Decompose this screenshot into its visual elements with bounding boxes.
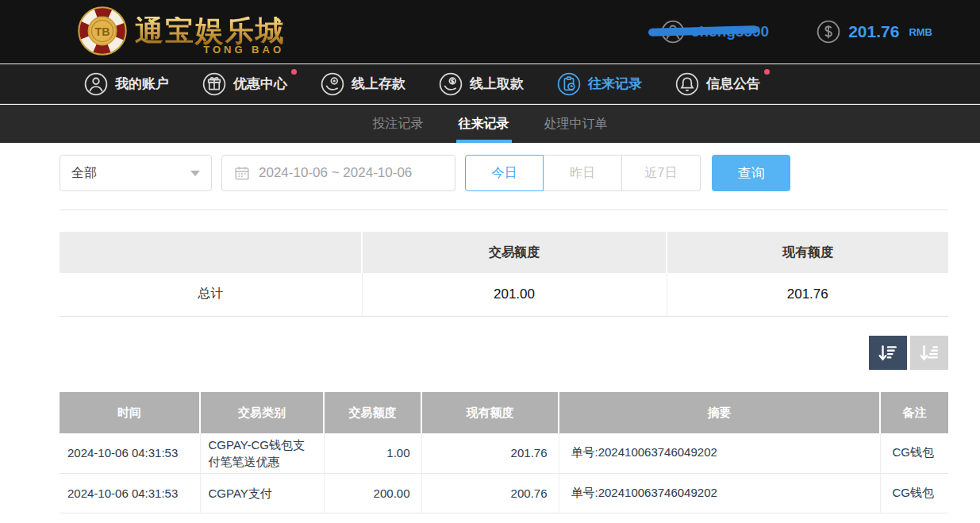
- balance-currency: RMB: [909, 26, 932, 38]
- summary-row: 总计 201.00 201.76: [60, 273, 948, 316]
- cell-summary: 单号:202410063746049202: [559, 433, 880, 473]
- filter-bar: 全部 2024-10-06 ~ 2024-10-06 今日 昨日 近7日 查询: [60, 155, 790, 191]
- tab-bet-records[interactable]: 投注记录: [371, 105, 425, 143]
- calendar-icon: [233, 164, 251, 182]
- col-balance: 现有额度: [421, 392, 559, 433]
- content-area: 全部 2024-10-06 ~ 2024-10-06 今日 昨日 近7日 查询: [0, 143, 980, 523]
- nav-label: 优惠中心: [233, 75, 287, 93]
- cell-balance: 201.76: [421, 433, 559, 473]
- nav-item-withdraw[interactable]: 线上取款: [434, 72, 528, 96]
- withdraw-icon: [439, 72, 463, 96]
- date-range-input[interactable]: 2024-10-06 ~ 2024-10-06: [221, 155, 455, 191]
- sort-controls: [869, 336, 948, 370]
- main-nav: 我的账户 优惠中心 线上: [0, 64, 980, 104]
- gift-icon: [202, 72, 226, 96]
- nav-label: 我的账户: [115, 75, 169, 93]
- user-account[interactable]: cheng8590: [661, 20, 769, 44]
- select-value: 全部: [71, 165, 97, 182]
- table-row: 2024-10-06 04:31:53 CGPAY支付 200.00 200.7…: [60, 473, 948, 513]
- nav-label: 往来记录: [588, 75, 642, 93]
- poker-chip-icon: TB: [78, 6, 127, 56]
- cell-note: CG钱包: [880, 433, 948, 473]
- sort-ascending-button[interactable]: [910, 336, 948, 370]
- nav-label: 线上存款: [352, 75, 405, 93]
- summary-total-label: 总计: [60, 273, 362, 316]
- cell-time: 2024-10-06 04:31:53: [60, 433, 200, 473]
- chip-label: TB: [95, 25, 110, 38]
- summary-table: 交易额度 现有额度 总计 201.00 201.76: [60, 232, 948, 317]
- summary-header-transaction: 交易额度: [362, 232, 667, 273]
- cell-amount: 200.00: [324, 473, 421, 513]
- divider: [60, 210, 948, 210]
- col-summary: 摘要: [559, 392, 880, 433]
- col-type: 交易类别: [200, 392, 324, 433]
- query-button[interactable]: 查询: [712, 155, 790, 191]
- col-note: 备注: [880, 392, 948, 433]
- summary-header-blank: [60, 232, 362, 273]
- sort-descending-icon: [878, 343, 898, 363]
- nav-label: 信息公告: [706, 75, 760, 93]
- chevron-down-icon: [190, 171, 200, 176]
- cell-amount: 1.00: [324, 433, 421, 473]
- nav-item-promotions[interactable]: 优惠中心: [198, 72, 292, 96]
- cell-summary: 单号:202410063746049202: [559, 473, 880, 513]
- records-icon: [557, 72, 581, 96]
- summary-total-balance: 201.76: [667, 273, 948, 316]
- summary-total-transaction: 201.00: [362, 273, 667, 316]
- cell-note: CG钱包: [880, 473, 948, 513]
- today-button[interactable]: 今日: [465, 155, 544, 191]
- notification-dot: [291, 69, 297, 75]
- brand-name-en: TONG BAO: [203, 44, 284, 55]
- cell-type: CGPAY支付: [200, 473, 324, 513]
- nav-item-announcements[interactable]: 信息公告: [671, 72, 765, 96]
- records-table: 时间 交易类别 交易额度 现有额度 摘要 备注 2024-10-06 04:31…: [60, 392, 948, 513]
- brand-logo[interactable]: TB 通宝娱乐城 TONG BAO: [78, 6, 286, 56]
- balance-display: 201.76 RMB: [817, 20, 932, 44]
- col-amount: 交易额度: [324, 392, 421, 433]
- user-icon: [84, 72, 108, 96]
- sort-ascending-icon: [919, 343, 940, 363]
- summary-header-balance: 现有额度: [667, 232, 948, 273]
- nav-item-transaction-records[interactable]: 往来记录: [552, 72, 647, 96]
- col-time: 时间: [60, 392, 200, 433]
- sort-descending-button[interactable]: [869, 336, 907, 370]
- date-range-value: 2024-10-06 ~ 2024-10-06: [259, 165, 412, 181]
- quick-date-group: 今日 昨日 近7日: [465, 155, 701, 191]
- brand-name-cn: 通宝娱乐城: [135, 17, 286, 45]
- top-header: TB 通宝娱乐城 TONG BAO cheng8590: [0, 0, 980, 63]
- cell-time: 2024-10-06 04:31:53: [60, 473, 200, 513]
- brand-text: 通宝娱乐城 TONG BAO: [135, 17, 286, 45]
- table-row: 2024-10-06 04:31:53 CGPAY-CG钱包支付笔笔送优惠 1.…: [60, 433, 948, 473]
- balance-amount: 201.76: [848, 22, 899, 41]
- deposit-icon: [321, 72, 344, 96]
- yesterday-button[interactable]: 昨日: [544, 155, 622, 191]
- tab-pending-orders[interactable]: 处理中订单: [543, 105, 609, 143]
- cell-balance: 200.76: [421, 473, 559, 513]
- records-header-row: 时间 交易类别 交易额度 现有额度 摘要 备注: [60, 392, 948, 433]
- nav-item-deposit[interactable]: 线上存款: [316, 72, 410, 96]
- sub-tabbar: 投注记录 往来记录 处理中订单: [0, 105, 980, 143]
- notification-dot: [764, 69, 770, 75]
- tab-transaction-records[interactable]: 往来记录: [457, 105, 511, 143]
- last7days-button[interactable]: 近7日: [622, 155, 701, 191]
- nav-label: 线上取款: [470, 75, 524, 93]
- transaction-type-select[interactable]: 全部: [60, 155, 212, 191]
- page: TB 通宝娱乐城 TONG BAO cheng8590: [0, 0, 980, 523]
- cell-type: CGPAY-CG钱包支付笔笔送优惠: [200, 433, 324, 473]
- dollar-coin-icon: [817, 20, 840, 44]
- bell-icon: [675, 72, 699, 96]
- nav-item-my-account[interactable]: 我的账户: [79, 72, 174, 96]
